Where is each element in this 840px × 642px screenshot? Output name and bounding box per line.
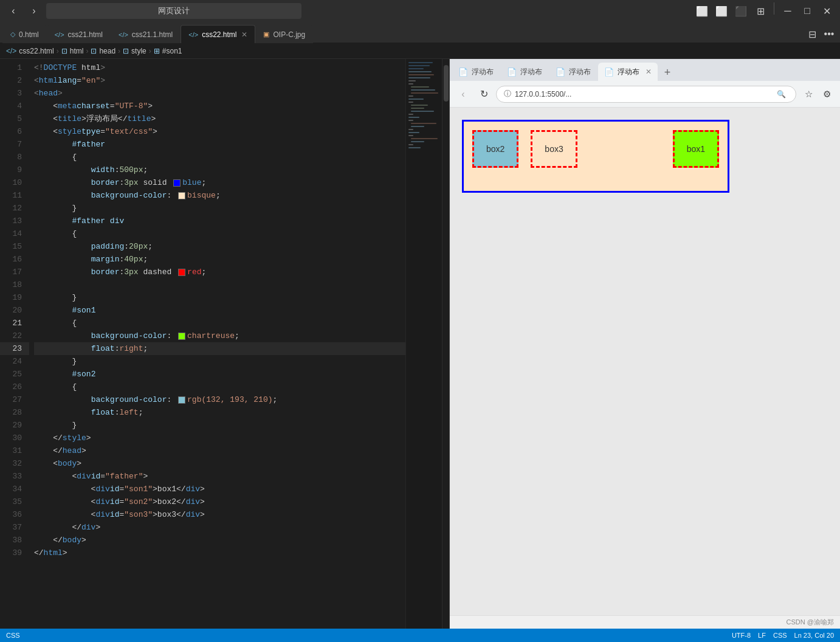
browser-tab-icon-2: 📄 [507,67,517,77]
code-line-29: } [34,419,405,432]
breadcrumb-style[interactable]: style [131,47,146,55]
layout-btn-3[interactable]: ⬛ [732,2,749,19]
svg-rect-16 [411,111,434,112]
svg-rect-3 [408,71,432,72]
code-line-30: </style> [34,432,405,444]
svg-rect-9 [411,89,435,91]
browser-tab-label-4: 浮动布 [618,67,639,77]
layout-btn-1[interactable]: ⬜ [694,2,711,19]
browser-tab-4[interactable]: 📄 浮动布 ✕ [598,63,658,81]
browser-tab-2[interactable]: 📄 浮动布 [501,63,548,81]
code-line-6: <style tpye="text/css"> [34,125,405,138]
editor-layout-btn[interactable]: ⊟ [804,26,821,43]
maximize-button[interactable]: □ [799,2,816,19]
code-line-21: { [34,317,405,330]
watermark-container: CSDN @渝喻郑 [450,615,840,629]
minimap [405,59,442,629]
tab-close-css22[interactable]: ✕ [241,30,247,39]
code-line-1: <!DOCTYPE html> [34,61,405,74]
code-line-9: width:500px; [34,164,405,176]
forward-button[interactable]: › [26,2,43,19]
browser-lock-icon: ⓘ [504,89,511,99]
layout-btn-4[interactable]: ⊞ [752,2,769,19]
editor-scrollbar[interactable] [442,59,449,629]
code-area[interactable]: <!DOCTYPE html> <html lang="en"> <head> … [29,59,405,629]
svg-rect-11 [408,95,413,97]
line-numbers: 12345 678910 1112131415 1617181920 2122 … [0,59,29,629]
svg-rect-18 [408,117,419,118]
svg-rect-12 [408,98,424,100]
close-button[interactable]: ✕ [818,2,835,19]
tab-icon-css22: </> [188,31,198,38]
layout-btn-2[interactable]: ⬜ [713,2,730,19]
browser-tab-label-2: 浮动布 [520,67,542,77]
code-line-23: float:right; [34,342,405,355]
svg-rect-23 [408,132,419,133]
browser-status-bar: CSDN @渝喻郑 [450,615,840,629]
breadcrumb-icon: </> [6,47,16,55]
breadcrumb-sep-2: › [86,47,88,55]
browser-tab-1[interactable]: 📄 浮动布 [452,63,500,81]
browser-settings-button[interactable]: ⚙ [818,86,835,103]
code-line-8: { [34,151,405,164]
title-search-input[interactable] [46,3,301,19]
breadcrumb-file[interactable]: css22.html [19,47,53,55]
code-line-37: </div> [34,521,405,534]
code-line-20: #son1 [34,304,405,317]
tab-css211[interactable]: </> css21.1.html [111,25,181,43]
code-line-15: padding:20px; [34,240,405,253]
code-line-12: } [34,202,405,215]
svg-rect-25 [411,138,438,139]
browser-add-tab[interactable]: + [659,64,676,81]
status-right: UTF-8 LF CSS Ln 23, Col 20 [732,632,834,639]
breadcrumb-icon-son1: ⊞ [154,47,160,55]
breadcrumb-head[interactable]: head [99,47,115,55]
breadcrumb-sep-1: › [57,47,59,55]
svg-rect-14 [411,105,428,106]
browser-tab-close-4[interactable]: ✕ [645,67,652,76]
tab-css21[interactable]: </> css21.html [47,25,111,43]
tab-label-css22: css22.html [202,30,236,39]
editor-more-btn[interactable]: ••• [821,26,838,43]
browser-url-text[interactable]: 127.0.0.1:5500/... [515,90,770,98]
svg-rect-24 [408,135,413,136]
preview-box1: box1 [673,130,719,168]
breadcrumb-sep-3: › [118,47,120,55]
browser-tab-icon-1: 📄 [458,67,468,77]
svg-rect-26 [411,141,424,142]
preview-box3: box3 [531,130,577,168]
svg-rect-5 [408,77,430,78]
code-line-24: } [34,355,405,368]
svg-rect-2 [408,68,424,69]
back-button[interactable]: ‹ [5,2,22,19]
browser-search-icon[interactable]: 🔍 [774,87,788,102]
browser-back-button[interactable]: ‹ [455,86,472,103]
breadcrumb-icon-html: ⊡ [61,47,67,55]
tab-label-oip: OIP-C.jpg [273,30,305,39]
code-line-26: { [34,381,405,393]
editor-scrollbar-thumb[interactable] [444,65,449,102]
breadcrumb-son1[interactable]: #son1 [162,47,182,55]
status-lang: CSS [773,632,787,639]
tab-0html[interactable]: ◇ 0.html [2,25,47,43]
svg-rect-7 [408,83,413,85]
code-line-18 [34,278,405,291]
preview-father-box: box2 box3 box1 [462,120,729,193]
code-line-11: background-color: bisque; [34,189,405,202]
tab-css22[interactable]: </> css22.html ✕ [181,25,255,43]
browser-tab-3[interactable]: 📄 浮动布 [549,63,597,81]
browser-bookmark-button[interactable]: ☆ [800,86,817,103]
code-line-36: <div id="son3">box3</div> [34,508,405,521]
svg-rect-10 [411,92,438,94]
minimize-button[interactable]: ─ [779,2,796,19]
svg-rect-6 [408,80,416,81]
tab-oip[interactable]: ▣ OIP-C.jpg [255,25,313,43]
code-line-5: <title>浮动布局</title> [34,112,405,125]
code-line-14: { [34,227,405,240]
browser-tab-label-3: 浮动布 [569,67,591,77]
code-line-28: float:left; [34,406,405,419]
code-line-3: <head> [34,87,405,100]
title-bar: ‹ › ⬜ ⬜ ⬛ ⊞ ─ □ ✕ [0,0,840,22]
browser-refresh-button[interactable]: ↻ [475,86,492,103]
breadcrumb-html[interactable]: html [70,47,84,55]
